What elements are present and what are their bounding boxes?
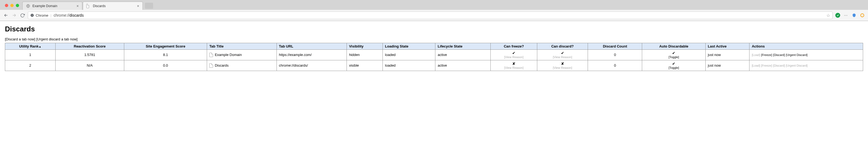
window-minimize-button[interactable] [10,4,13,7]
cell-lifecycle-state: active [435,60,491,71]
col-can-freeze[interactable]: Can freeze? [491,43,537,50]
discards-table: Utility Rank▲ Reactivation Score Site En… [5,43,863,71]
cell-auto-discardable: ✔[Toggle] [642,50,706,60]
close-icon[interactable]: × [134,4,139,8]
cell-auto-discardable: ✔[Toggle] [642,60,706,71]
tab-title: Discards [93,4,106,8]
top-links: [Discard a tab now] [Urgent discard a ta… [5,37,863,41]
col-can-discard[interactable]: Can discard? [537,43,588,50]
table-row: 11.57818.1Example Domainhttps://example.… [5,50,863,60]
freeze-link[interactable]: [Freeze] [761,53,772,56]
tab-1[interactable]: Discards × [83,2,143,10]
col-tab-title[interactable]: Tab Title [207,43,277,50]
cell-can-freeze: ✔[View Reason] [491,50,537,60]
window-close-button[interactable] [5,4,8,7]
cell-tab-title: Example Domain [207,50,277,60]
extension-icon-2[interactable]: ••• [843,13,848,18]
view-reason-link[interactable]: [View Reason] [504,55,524,59]
view-reason-link[interactable]: [View Reason] [504,66,524,70]
cell-can-freeze: ✘[View Reason] [491,60,537,71]
urgent-discard-tab-now-link[interactable]: [Urgent discard a tab now] [36,37,78,41]
col-discard-count[interactable]: Discard Count [588,43,642,50]
page-title: Discards [5,25,863,33]
cell-can-discard: ✘[View Reason] [537,60,588,71]
scheme-label: Chrome [36,14,48,18]
col-last-active[interactable]: Last Active [706,43,749,50]
extension-icon-1[interactable] [835,13,840,18]
load-link: [Load] [752,64,760,67]
toolbar: Chrome | chrome://discards ☆ ••• [0,10,868,21]
urgent-discard-link: [Urgent Discard] [786,64,808,67]
cell-utility-rank: 1 [5,50,56,60]
cell-last-active: just now [706,60,749,71]
browser-chrome: Example Domain × Discards × Chrome | chr… [0,0,868,21]
urgent-discard-link[interactable]: [Urgent Discard] [786,53,808,56]
window-controls [3,1,22,10]
discard-tab-now-link[interactable]: [Discard a tab now] [5,37,35,41]
check-icon: ✘ [512,61,516,66]
page-content: Discards [Discard a tab now] [Urgent dis… [0,21,868,75]
omnibox[interactable]: Chrome | chrome://discards ☆ [28,11,833,19]
col-auto-discardable[interactable]: Auto Discardable [642,43,706,50]
cell-discard-count: 0 [588,60,642,71]
file-icon [209,63,213,68]
view-reason-link[interactable]: [View Reason] [553,66,572,70]
bookmark-star-icon[interactable]: ☆ [826,13,830,18]
col-site-engagement[interactable]: Site Engagement Score [124,43,207,50]
table-header-row: Utility Rank▲ Reactivation Score Site En… [5,43,863,50]
cell-visibility: visible [347,60,383,71]
cell-lifecycle-state: active [435,50,491,60]
cell-utility-rank: 2 [5,60,56,71]
new-tab-button[interactable] [145,3,153,9]
cell-discard-count: 0 [588,50,642,60]
cell-site-engagement: 0.0 [124,60,207,71]
col-tab-url[interactable]: Tab URL [277,43,346,50]
discard-link: [Discard] [773,64,785,67]
extension-icons: ••• [835,13,865,18]
col-lifecycle-state[interactable]: Lifecycle State [435,43,491,50]
load-link: [Load] [752,53,760,56]
tab-strip: Example Domain × Discards × [0,0,868,10]
col-visibility[interactable]: Visibility [347,43,383,50]
check-icon: ✔ [672,51,675,55]
extension-icon-4[interactable] [860,13,865,18]
globe-icon [26,4,30,8]
cell-can-discard: ✔[View Reason] [537,50,588,60]
reload-button[interactable] [20,12,25,18]
col-reactivation-score[interactable]: Reactivation Score [55,43,124,50]
extension-icon-3[interactable] [851,13,857,18]
cell-tab-url: https://example.com/ [277,50,346,60]
back-button[interactable] [3,12,9,18]
toggle-link[interactable]: [Toggle] [669,66,679,70]
check-icon: ✘ [561,61,564,66]
tab-title: Example Domain [32,4,57,8]
cell-actions: [Load] [Freeze] [Discard] [Urgent Discar… [749,50,863,60]
close-icon[interactable]: × [74,4,79,8]
sort-asc-icon: ▲ [39,45,41,48]
check-icon: ✔ [672,61,675,66]
tab-0[interactable]: Example Domain × [22,2,82,10]
check-icon: ✔ [561,51,564,55]
file-icon [209,53,213,57]
url-text: chrome://discards [54,13,84,18]
cell-loading-state: loaded [383,60,435,71]
forward-button[interactable] [11,12,17,18]
col-actions[interactable]: Actions [749,43,863,50]
svg-point-4 [861,14,864,17]
cell-visibility: hidden [347,50,383,60]
col-utility-rank[interactable]: Utility Rank▲ [5,43,56,50]
site-info-icon[interactable]: Chrome [30,14,48,18]
window-zoom-button[interactable] [16,4,19,7]
col-loading-state[interactable]: Loading State [383,43,435,50]
cell-actions: [Load] [Freeze] [Discard] [Urgent Discar… [749,60,863,71]
cell-reactivation-score: N/A [55,60,124,71]
view-reason-link[interactable]: [View Reason] [553,55,572,59]
discard-link[interactable]: [Discard] [773,53,785,56]
freeze-link: [Freeze] [761,64,772,67]
cell-tab-title: Discards [207,60,277,71]
cell-reactivation-score: 1.5781 [55,50,124,60]
toggle-link[interactable]: [Toggle] [669,55,679,59]
cell-last-active: just now [706,50,749,60]
cell-site-engagement: 8.1 [124,50,207,60]
table-row: 2N/A0.0Discardschrome://discards/visible… [5,60,863,71]
